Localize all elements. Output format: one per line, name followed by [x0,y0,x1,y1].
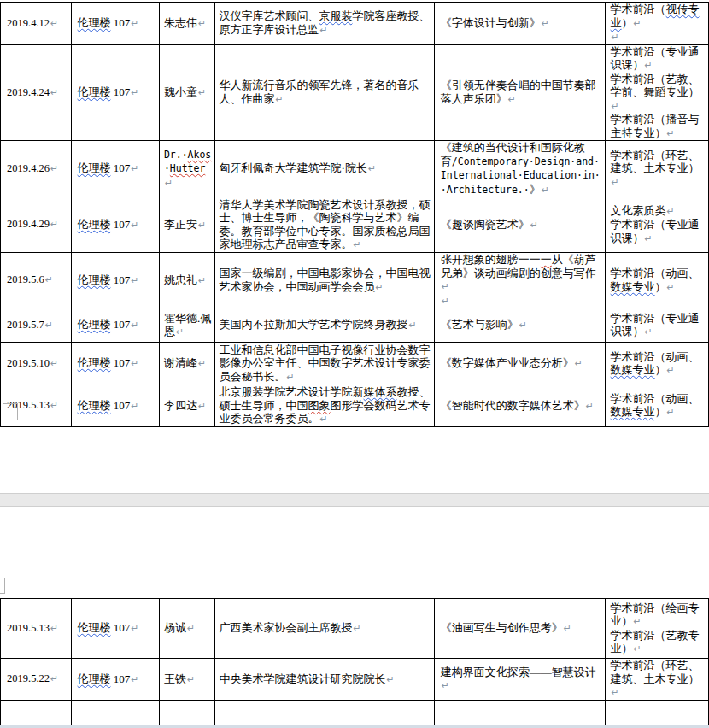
paragraph-mark: ↵ [320,414,328,425]
paragraph-mark: ↵ [50,18,58,29]
text-run: 魏小童 [164,85,197,98]
paragraph-mark: ↵ [612,101,619,112]
cell-title: 《数字媒体产业业态分析》↵ [434,343,605,385]
paragraph-mark: ↵ [131,623,138,634]
text-run: 汉仪字库艺术顾问、 [220,9,319,22]
table-row: 2019.4.26↵伦理楼 107↵Dr.·Akos·Hutter↵匈牙利佩奇大… [1,141,709,197]
window-bottom-edge [0,725,709,728]
table-row: 2019.5.10↵伦理楼 107↵谢清峰↵工业和信息化部中国电子视像行业协会数… [1,343,709,385]
text-run: 学术前沿（动画、 [611,392,700,405]
text-run: 2019.4.29 [7,218,50,230]
paragraph-mark: ↵ [198,18,206,29]
paragraph-mark: ↵ [50,358,58,369]
paragraph-mark: ↵ [612,32,619,43]
text-run: 2019.5.10 [7,357,50,369]
paragraph-mark: ↵ [198,401,206,412]
cell-location: 伦理楼 107↵ [71,343,159,385]
cell-location: 伦理楼 107↵ [71,44,159,141]
paragraph: 工业和信息化部中国电子视像行业协会数字影像办公室主任、中国数字艺术设计专家委员会… [220,343,431,385]
cell-date: 2019.5.22↵ [1,659,72,701]
cell-title: 《趣谈陶瓷艺术》↵ [434,197,605,253]
paragraph: 清华大学美术学院陶瓷艺术设计系教授，硕士、博士生导师，《陶瓷科学与艺术》编委。教… [220,198,431,252]
paragraph: 匈牙利佩奇大学建筑学院·院长↵ [220,161,431,176]
paragraph: 2019.5.6↵ [7,273,69,287]
paragraph-mark: ↵ [131,401,138,412]
text-run: 2019.4.24 [7,86,50,98]
text-run: 伦理楼 [78,672,111,685]
text-run: 学术前沿（艺教、学前、舞蹈专业） [611,73,700,99]
page-break-strip [0,493,709,507]
text-run: 107 [111,399,131,412]
paragraph: 伦理楼 107↵ [78,399,157,414]
paragraph: 国家一级编剧，中国电影家协会，中国电视艺术家协会，中国动画学会会员↵ [220,267,431,294]
paragraph: 美国内不拉斯加大学艺术学院终身教授↵ [220,318,431,332]
text-run: 学术前沿（专业通识课） [611,218,700,244]
cell-date: 2019.4.29↵ [1,197,72,253]
paragraph-mark: ↵ [612,687,619,698]
paragraph-mark: ↵ [667,206,675,217]
text-run: 京服装 [319,9,353,22]
cell-title: 《艺术与影响》↵ [434,308,605,343]
cell-speaker_desc: 匈牙利佩奇大学建筑学院·院长↵ [214,141,434,197]
paragraph-mark: ↵ [387,674,395,685]
paragraph: 谢清峰↵ [164,356,213,371]
paragraph: 伦理楼 107↵ [78,318,157,332]
cell-title: 《油画写生与创作思考》↵ [434,599,605,659]
cell-date: 2019.4.26↵ [1,141,72,197]
text-run: 数媒专业 [611,405,655,418]
cell-date: 2019.5.13↵ [1,599,72,659]
cell-speaker: 谢清峰↵ [159,343,214,385]
cell-category: 学术前沿（环艺、建筑、土木专业）↵ [605,141,708,197]
paragraph: 2019.4.12↵ [7,17,69,31]
cell-date: 2019.5.6↵ [1,253,72,308]
paragraph: 《艺术与影响》↵ [441,318,601,332]
cell-speaker: 李正安↵ [159,197,214,253]
text-run: 107 [111,672,131,685]
paragraph-mark: ↵ [198,275,206,286]
text-run: 朱志伟 [164,16,197,29]
cell-category: 学术前沿（专业通识课）↵ [605,308,708,343]
cell-location: 伦理楼 107↵ [71,599,159,659]
paragraph: 广西美术家协会副主席教授↵ [220,621,431,636]
cell-date: 2019.4.24↵ [1,44,72,141]
cell-location: 伦理楼 107↵ [71,141,159,197]
paragraph: 北京服装学院艺术设计学院新媒体系教授、硕士生导师，中国图象图形学会数码艺术专业委… [220,385,431,426]
table-row: 2019.5.22↵伦理楼 107↵王铁↵中央美术学院建筑设计研究院院长↵建构界… [1,659,709,701]
paragraph: 学术前沿（专业通识课）↵ [611,45,706,73]
paragraph-mark: ↵ [198,358,206,369]
cell-speaker: 朱志伟↵ [159,3,214,45]
cell-location: 伦理楼 107↵ [71,385,159,427]
paragraph-mark: ↵ [575,358,583,369]
cell-title: 《引领无伴奏合唱的中国节奏部落人声乐团》↵ [434,44,605,141]
text-run: 《智能时代的数字媒体艺术》 [441,399,585,412]
text-run: 华人新流行音乐的领军先锋，著名的音乐人、作曲家 [220,79,419,105]
paragraph: 学术前沿（艺教、学前、舞蹈专业）↵ [611,73,706,114]
paragraph: 魏小童↵ [164,85,213,100]
paragraph-mark: ↵ [542,18,549,29]
paragraph-mark: ↵ [198,220,206,231]
cell-speaker_desc: 北京服装学院艺术设计学院新媒体系教授、硕士生导师，中国图象图形学会数码艺术专业委… [214,385,434,427]
paragraph: ↵ [441,294,601,308]
table-row: 2019.5.7↵伦理楼 107↵霍华德.佩恩↵美国内不拉斯加大学艺术学院终身教… [1,308,709,343]
cell-date: 2019.5.10↵ [1,343,72,385]
text-run: 《艺术与影响》 [441,318,519,331]
cell-speaker_desc: 广西美术家协会副主席教授↵ [214,599,434,659]
text-run: 2019.5.7 [7,319,44,331]
text-run: 107 [111,356,131,369]
paragraph: 华人新流行音乐的领军先锋，著名的音乐人、作曲家↵ [220,79,431,106]
text-run: 107 [111,85,131,98]
text-run: 107 [111,621,131,634]
paragraph: 伦理楼 107↵ [78,621,157,636]
paragraph: ↵ [611,30,706,44]
cell-speaker: 姚忠礼↵ [159,253,214,308]
paragraph: 伦理楼 107↵ [78,273,157,288]
text-run: 2019.5.22 [7,672,50,684]
text-boundary-corner-mark [3,403,18,420]
cell-speaker: 杨诚↵ [159,599,214,659]
paragraph-mark: ↵ [131,320,138,331]
text-run: 杨诚 [164,621,186,634]
text-run: 媒体系 [364,385,397,398]
paragraph-mark: ↵ [442,680,449,691]
text-run: · [164,162,170,174]
cell-title: 建构界面文化探索——智慧设计↵ [434,659,605,701]
